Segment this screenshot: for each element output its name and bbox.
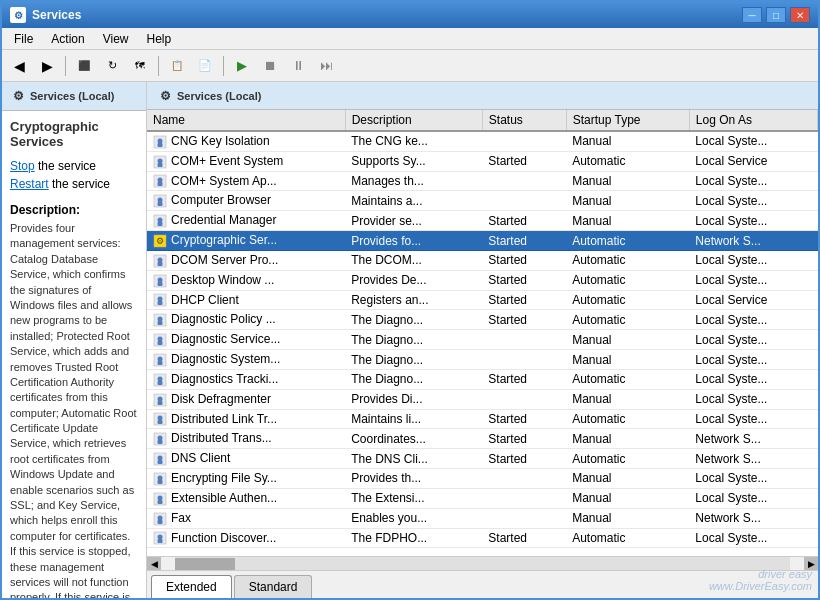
tab-extended[interactable]: Extended xyxy=(151,575,232,598)
right-panel-icon: ⚙ xyxy=(157,88,173,104)
table-row[interactable]: Diagnostic Policy ...The Diagno...Starte… xyxy=(147,310,818,330)
service-logon-cell: Local Syste... xyxy=(689,270,817,290)
menu-file[interactable]: File xyxy=(6,30,41,48)
service-status-cell xyxy=(482,131,566,151)
services-list: CNG Key IsolationThe CNG ke...ManualLoca… xyxy=(147,131,818,548)
service-name-cell: DCOM Server Pro... xyxy=(147,250,345,270)
main-content: ⚙ Services (Local) Cryptographic Service… xyxy=(2,82,818,598)
service-icon xyxy=(153,412,167,426)
service-startup-cell: Manual xyxy=(566,429,689,449)
table-row[interactable]: DHCP ClientRegisters an...StartedAutomat… xyxy=(147,290,818,310)
col-header-status[interactable]: Status xyxy=(482,110,566,131)
service-icon xyxy=(153,174,167,188)
bottom-tabs: Extended Standard xyxy=(147,570,818,598)
scroll-left-btn[interactable]: ◀ xyxy=(147,557,161,571)
service-icon xyxy=(153,274,167,288)
table-row[interactable]: DNS ClientThe DNS Cli...StartedAutomatic… xyxy=(147,449,818,469)
service-desc-cell: Maintains li... xyxy=(345,409,482,429)
service-name-text: Disk Defragmenter xyxy=(171,392,271,406)
service-desc-cell: The Diagno... xyxy=(345,330,482,350)
table-row[interactable]: Desktop Window ...Provides De...StartedA… xyxy=(147,270,818,290)
play-button[interactable]: ▶ xyxy=(229,54,255,78)
up-button[interactable]: ⬛ xyxy=(71,54,97,78)
col-header-startup[interactable]: Startup Type xyxy=(566,110,689,131)
service-name-text: Function Discover... xyxy=(171,531,276,545)
service-status-cell xyxy=(482,488,566,508)
service-startup-cell: Manual xyxy=(566,191,689,211)
toolbar-separator-2 xyxy=(158,56,159,76)
svg-point-24 xyxy=(158,297,163,302)
service-name-text: Diagnostic Service... xyxy=(171,332,280,346)
table-row[interactable]: Diagnostic Service...The Diagno...Manual… xyxy=(147,330,818,350)
service-name-text: Diagnostic Policy ... xyxy=(171,312,276,326)
properties-button[interactable]: 📄 xyxy=(192,54,218,78)
col-header-logon[interactable]: Log On As xyxy=(689,110,817,131)
tab-standard[interactable]: Standard xyxy=(234,575,313,598)
service-desc-cell: Manages th... xyxy=(345,171,482,191)
table-header: Name Description Status Startup Type Log… xyxy=(147,110,818,131)
table-row[interactable]: Distributed Trans...Coordinates...Starte… xyxy=(147,429,818,449)
service-logon-cell: Local Syste... xyxy=(689,310,817,330)
scrollbar-track[interactable] xyxy=(175,557,790,571)
svg-rect-37 xyxy=(158,381,163,385)
col-header-name[interactable]: Name xyxy=(147,110,345,131)
table-row[interactable]: Diagnostic System...The Diagno...ManualL… xyxy=(147,350,818,370)
restart-button[interactable]: ⏭ xyxy=(313,54,339,78)
table-row[interactable]: Computer BrowserMaintains a...ManualLoca… xyxy=(147,191,818,211)
menu-action[interactable]: Action xyxy=(43,30,92,48)
pause-button[interactable]: ⏸ xyxy=(285,54,311,78)
forward-button[interactable]: ▶ xyxy=(34,54,60,78)
menu-view[interactable]: View xyxy=(95,30,137,48)
table-row[interactable]: CNG Key IsolationThe CNG ke...ManualLoca… xyxy=(147,131,818,151)
table-row[interactable]: Extensible Authen...The Extensi...Manual… xyxy=(147,488,818,508)
service-desc-cell: The FDPHO... xyxy=(345,528,482,548)
table-row[interactable]: FaxEnables you...ManualNetwork S... xyxy=(147,508,818,528)
services-table-wrapper[interactable]: Name Description Status Startup Type Log… xyxy=(147,110,818,556)
table-row[interactable]: COM+ System Ap...Manages th...ManualLoca… xyxy=(147,171,818,191)
service-startup-cell: Manual xyxy=(566,171,689,191)
table-row[interactable]: Function Discover...The FDPHO...StartedA… xyxy=(147,528,818,548)
table-row[interactable]: Diagnostics Tracki...The Diagno...Starte… xyxy=(147,369,818,389)
export-button[interactable]: 📋 xyxy=(164,54,190,78)
service-startup-cell: Automatic xyxy=(566,310,689,330)
service-status-cell: Started xyxy=(482,429,566,449)
service-icon xyxy=(153,472,167,486)
service-desc-cell: The DCOM... xyxy=(345,250,482,270)
table-row[interactable]: COM+ Event SystemSupports Sy...StartedAu… xyxy=(147,151,818,171)
svg-point-51 xyxy=(158,475,163,480)
horizontal-scrollbar[interactable]: ◀ ▶ xyxy=(147,556,818,570)
stop-button[interactable]: ⏹ xyxy=(257,54,283,78)
back-button[interactable]: ◀ xyxy=(6,54,32,78)
scrollbar-thumb[interactable] xyxy=(175,558,235,570)
col-header-desc[interactable]: Description xyxy=(345,110,482,131)
table-row[interactable]: ⚙Cryptographic Ser...Provides fo...Start… xyxy=(147,231,818,251)
services-table: Name Description Status Startup Type Log… xyxy=(147,110,818,548)
table-row[interactable]: Disk DefragmenterProvides Di...ManualLoc… xyxy=(147,389,818,409)
table-row[interactable]: Credential ManagerProvider se...StartedM… xyxy=(147,211,818,231)
svg-rect-5 xyxy=(158,163,163,167)
svg-point-18 xyxy=(158,257,163,262)
close-button[interactable]: ✕ xyxy=(790,7,810,23)
window-title: Services xyxy=(32,8,81,22)
menu-help[interactable]: Help xyxy=(139,30,180,48)
map-button[interactable]: 🗺 xyxy=(127,54,153,78)
service-icon xyxy=(153,452,167,466)
scroll-right-btn[interactable]: ▶ xyxy=(804,557,818,571)
refresh-button[interactable]: ↻ xyxy=(99,54,125,78)
service-desc-cell: Provides De... xyxy=(345,270,482,290)
stop-link[interactable]: Stop xyxy=(10,159,35,173)
svg-point-21 xyxy=(158,277,163,282)
maximize-button[interactable]: □ xyxy=(766,7,786,23)
service-logon-cell: Network S... xyxy=(689,429,817,449)
table-row[interactable]: Distributed Link Tr...Maintains li...Sta… xyxy=(147,409,818,429)
service-startup-cell: Manual xyxy=(566,488,689,508)
table-row[interactable]: DCOM Server Pro...The DCOM...StartedAuto… xyxy=(147,250,818,270)
service-logon-cell: Local Syste... xyxy=(689,191,817,211)
service-name-cell: Encrypting File Sy... xyxy=(147,469,345,489)
restart-link[interactable]: Restart xyxy=(10,177,49,191)
svg-rect-19 xyxy=(158,262,163,266)
table-row[interactable]: Encrypting File Sy...Provides th...Manua… xyxy=(147,469,818,489)
service-logon-cell: Local Syste... xyxy=(689,250,817,270)
service-logon-cell: Local Syste... xyxy=(689,131,817,151)
minimize-button[interactable]: ─ xyxy=(742,7,762,23)
